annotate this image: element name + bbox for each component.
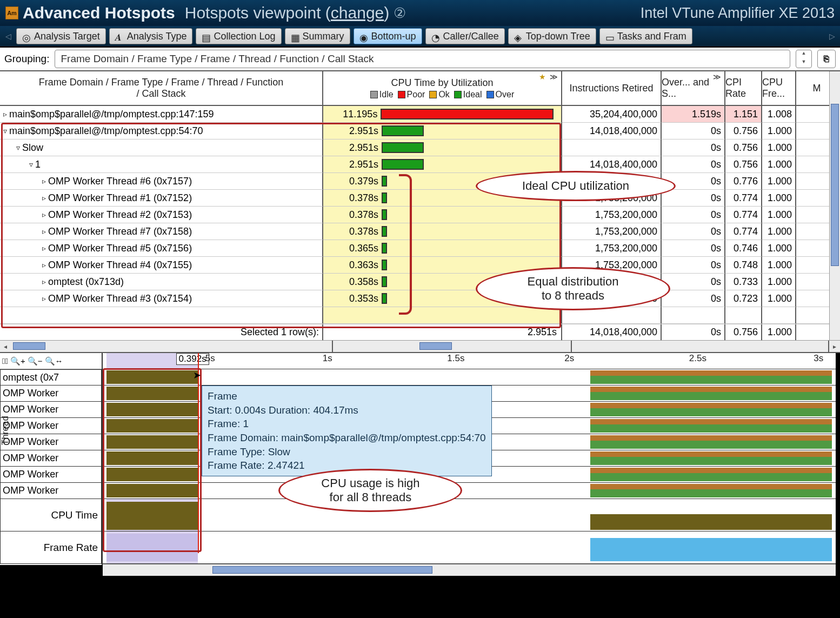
utilization-bar <box>382 276 387 287</box>
col1-title: CPU Time by Utilization <box>391 77 493 89</box>
cell-over: 0s <box>662 240 725 257</box>
track-segment <box>106 403 198 416</box>
cell-name: ▿Slow <box>0 139 323 156</box>
tooltip-line2: Start: 0.004s Duration: 404.17ms <box>208 403 486 417</box>
time-value: 0.378s <box>349 192 378 203</box>
table-row[interactable]: ▿12.951s14,018,400,0000s0.7561.000 <box>0 156 840 173</box>
expand-toggle-icon[interactable]: ▹ <box>42 244 46 252</box>
expand-toggle-icon[interactable]: ▹ <box>3 110 7 118</box>
column-header-overhead[interactable]: Over... and S...≫ <box>662 71 725 105</box>
side-panel-toggle-button[interactable]: ⎘ <box>817 50 836 68</box>
timeline-thread-label[interactable]: OMP Worker <box>0 483 102 499</box>
tab-label: Summary <box>303 31 344 42</box>
cell-empty <box>725 307 762 324</box>
timeline-tick: 5s <box>205 353 215 364</box>
column-header-instructions[interactable]: Instructions Retired <box>562 71 662 105</box>
cell-cputime: 0.365s <box>323 240 562 257</box>
row-name-text: OMP Worker Thread #4 (0x7155) <box>48 260 192 271</box>
table-row[interactable]: ▹OMP Worker Thread #3 (0x7154)0.353s1,75… <box>0 290 840 307</box>
expand-toggle-icon[interactable]: ▹ <box>42 294 46 303</box>
utilization-bar <box>382 243 387 254</box>
expand-toggle-icon[interactable]: ▿ <box>29 160 33 169</box>
app-icon: Am <box>5 6 18 19</box>
timeline-thread-track[interactable] <box>103 369 836 386</box>
legend-ideal: Ideal <box>454 90 482 99</box>
tab-scroll-left-icon[interactable]: ◁ <box>3 32 13 41</box>
cell-cputime: 0.378s <box>323 207 562 223</box>
timeline-main[interactable]: 0.392s 5s1s1.5s2s2.5s3s ➤ Frame Start: 0… <box>103 353 840 565</box>
zoom-in-icon[interactable]: 🔍+ <box>10 356 25 366</box>
table-row[interactable]: ▹OMP Worker Thread #6 (0x7157)0.379s1,75… <box>0 173 840 190</box>
table-row[interactable]: ▿main$omp$parallel@/tmp/omptest.cpp:54:7… <box>0 123 840 139</box>
row-name-text: OMP Worker Thread #2 (0x7153) <box>48 209 192 221</box>
tab-analysis-target[interactable]: ◎Analysis Target <box>16 28 106 44</box>
zoom-out-icon[interactable]: 🔍− <box>28 356 43 366</box>
viewpoint-prefix: Hotspots viewpoint ( <box>185 4 331 22</box>
change-viewpoint-link[interactable]: change <box>331 4 384 22</box>
table-row[interactable]: ▿Slow2.951s0s0.7561.000 <box>0 139 840 156</box>
zoom-reset-icon[interactable]: 🔍↔ <box>45 356 63 366</box>
column-header-cpufreq[interactable]: CPU Fre... <box>762 71 796 105</box>
tab-analysis-type[interactable]: 𝑨Analysis Type <box>109 28 193 44</box>
time-value: 0.353s <box>349 293 378 304</box>
grid-vscroll[interactable] <box>829 71 840 340</box>
zoom-fit-icon[interactable]: �⃝ <box>2 356 8 366</box>
tab-caller-callee[interactable]: ◔Caller/Callee <box>425 28 505 44</box>
row-name-text: OMP Worker Thread #7 (0x7158) <box>48 226 192 237</box>
cell-name: ▹main$omp$parallel@/tmp/omptest.cpp:147:… <box>0 106 323 123</box>
timeline-ruler[interactable]: 0.392s 5s1s1.5s2s2.5s3s <box>103 353 836 369</box>
column-header-callstack[interactable]: Frame Domain / Frame Type / Frame / Thre… <box>0 71 323 105</box>
cell-name: ▹OMP Worker Thread #4 (0x7155) <box>0 257 323 274</box>
timeline-thread-label[interactable]: omptest (0x7 <box>0 369 102 386</box>
timeline-thread-label[interactable]: OMP Worker <box>0 386 102 402</box>
table-row[interactable]: ▹OMP Worker Thread #5 (0x7156)0.365s1,75… <box>0 240 840 257</box>
tab-icon: ▭ <box>605 32 614 41</box>
expand-icon[interactable]: ≫ <box>550 72 558 81</box>
tab-top-down-tree[interactable]: ◈Top-down Tree <box>508 28 596 44</box>
expand-toggle-icon[interactable]: ▹ <box>42 210 46 219</box>
table-row[interactable]: ▹OMP Worker Thread #1 (0x7152)0.378s1,75… <box>0 190 840 207</box>
tab-tasks-and-fram[interactable]: ▭Tasks and Fram <box>599 28 692 44</box>
tab-collection-log[interactable]: ▤Collection Log <box>196 28 281 44</box>
star-icon[interactable]: ★ <box>539 72 546 81</box>
table-row[interactable]: ▹OMP Worker Thread #2 (0x7153)0.378s1,75… <box>0 207 840 223</box>
grouping-spinner[interactable]: ▲▼ <box>796 50 812 68</box>
expand-toggle-icon[interactable]: ▿ <box>3 127 7 135</box>
table-row[interactable]: ▹OMP Worker Thread #4 (0x7155)0.363s1,75… <box>0 257 840 274</box>
expand-toggle-icon[interactable]: ▹ <box>42 177 46 185</box>
track-segment <box>106 468 198 481</box>
timeline-hscroll[interactable] <box>103 564 836 576</box>
help-icon[interactable]: ② <box>394 5 406 22</box>
column-header-cputime[interactable]: CPU Time by Utilization ★ ≫ IdlePoorOkId… <box>323 71 562 105</box>
timeline-thread-label[interactable]: OMP Worker <box>0 434 102 450</box>
cell-cpi: 0.774 <box>725 223 762 240</box>
callout-equal: Equal distribution to 8 threads <box>476 267 670 310</box>
tab-icon: ▦ <box>291 32 299 41</box>
table-row[interactable]: ▹OMP Worker Thread #7 (0x7158)0.378s1,75… <box>0 223 840 240</box>
grouping-combo[interactable]: Frame Domain / Frame Type / Frame / Thre… <box>55 50 790 68</box>
table-row[interactable]: ▹main$omp$parallel@/tmp/omptest.cpp:147:… <box>0 106 840 123</box>
timeline-thread-label[interactable]: OMP Worker <box>0 418 102 434</box>
expand-icon[interactable]: ≫ <box>713 72 721 81</box>
grid-hscroll[interactable]: ◂ ▸ <box>0 340 840 352</box>
timeline-thread-label[interactable]: OMP Worker <box>0 402 102 418</box>
tab-scroll-right-icon[interactable]: ▷ <box>827 32 837 41</box>
expand-toggle-icon[interactable]: ▿ <box>16 143 20 152</box>
expand-toggle-icon[interactable]: ▹ <box>42 194 46 202</box>
expand-toggle-icon[interactable]: ▹ <box>42 261 46 269</box>
column-header-cpi[interactable]: CPI Rate <box>725 71 762 105</box>
cell-fre: 1.000 <box>762 207 796 223</box>
expand-toggle-icon[interactable]: ▹ <box>42 227 46 236</box>
annotation-bracket <box>399 174 412 315</box>
expand-toggle-icon[interactable]: ▹ <box>42 277 46 286</box>
timeline-marker[interactable]: 0.392s <box>176 353 209 365</box>
tab-bottom-up[interactable]: ◉Bottom-up <box>354 28 422 44</box>
table-row[interactable]: ▹omptest (0x713d)0.358s1,753,200,0000s0.… <box>0 274 840 290</box>
tab-label: Top-down Tree <box>526 31 590 42</box>
timeline-cpu-track <box>103 499 836 531</box>
timeline-thread-label[interactable]: OMP Worker <box>0 467 102 483</box>
timeline-thread-label[interactable]: OMP Worker <box>0 450 102 467</box>
selected-cpi: 0.756 <box>725 324 762 340</box>
tab-summary[interactable]: ▦Summary <box>285 28 350 44</box>
timeline-thread-track[interactable] <box>103 483 836 499</box>
